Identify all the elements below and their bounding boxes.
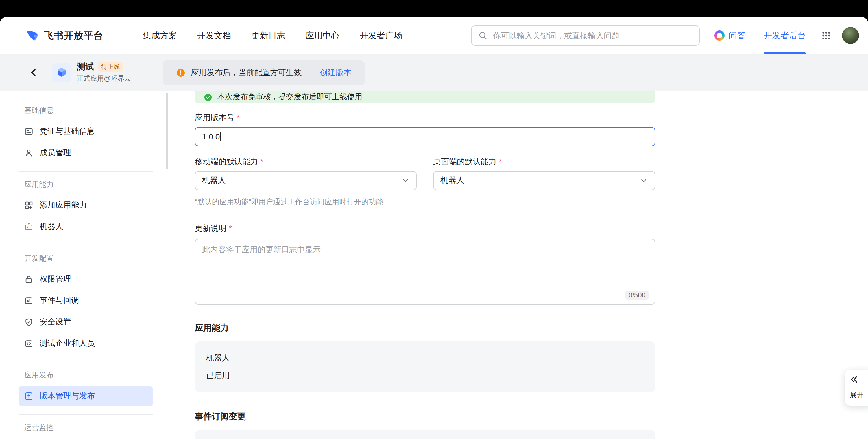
grid-apps-icon [822, 31, 831, 40]
qa-ring-icon [714, 31, 724, 41]
sidebar-item-label: 安全设置 [39, 317, 71, 327]
feishu-logo-icon [25, 29, 39, 43]
expand-panel-button[interactable]: 展开 [845, 370, 868, 406]
sidebar-item-events[interactable]: 事件与回调 [19, 291, 153, 311]
required-asterisk: * [499, 156, 502, 166]
capability-status: 已启用 [206, 369, 644, 381]
warning-icon [176, 68, 185, 77]
nav-item-app-center[interactable]: 应用中心 [306, 30, 339, 41]
success-banner-text: 本次发布免审核，提交发布后即可上线使用 [217, 92, 362, 102]
sidebar-item-add-capability[interactable]: 添加应用能力 [19, 195, 153, 215]
check-circle-icon [204, 93, 212, 101]
sidebar-section-basic: 基础信息 凭证与基础信息 成员管理 [19, 105, 153, 163]
select-value: 机器人 [440, 175, 464, 185]
expand-label: 展开 [850, 391, 868, 400]
user-avatar[interactable] [842, 27, 859, 44]
sidebar-item-label: 权限管理 [39, 274, 71, 284]
active-tab-underline [764, 53, 806, 54]
tab-developer-console[interactable]: 开发者后台 [764, 17, 806, 54]
mobile-capability-label: 移动端的默认能力 * [195, 156, 417, 166]
code-brackets-icon [24, 339, 33, 348]
required-asterisk: * [260, 156, 264, 166]
nav-item-changelog[interactable]: 更新日志 [251, 30, 285, 41]
select-value: 机器人 [202, 175, 226, 185]
robot-icon [24, 222, 33, 231]
capability-name: 机器人 [206, 351, 644, 364]
update-notes-textarea[interactable] [195, 239, 654, 304]
nav-item-developer-plaza[interactable]: 开发者广场 [360, 30, 402, 41]
field-label-text: 移动端的默认能力 [195, 156, 258, 166]
char-count: 0/500 [625, 291, 649, 300]
chevron-left-icon [29, 68, 38, 77]
sidebar-item-test-org[interactable]: 测试企业和人员 [19, 334, 153, 354]
capability-row: 移动端的默认能力 * 机器人 [195, 156, 655, 190]
sidebar-item-label: 版本管理与发布 [39, 391, 95, 401]
grid-plus-icon [24, 201, 33, 210]
section-title: 基础信息 [19, 105, 153, 116]
desktop-capability-field: 桌面端的默认能力 * 机器人 [433, 156, 655, 190]
qa-label: 问答 [728, 30, 745, 41]
version-input[interactable]: 1.0.0 [195, 127, 655, 146]
search-icon [478, 31, 487, 40]
notice-text: 应用发布后，当前配置方可生效 [191, 67, 302, 77]
search-box[interactable] [471, 25, 700, 46]
required-asterisk: * [237, 112, 240, 123]
app-cube-icon [52, 63, 71, 82]
id-card-icon [24, 127, 33, 136]
version-form: 本次发布免审核，提交发布后即可上线使用 应用版本号 * 1.0.0 移动端的默 [195, 91, 655, 439]
create-version-link[interactable]: 创建版本 [320, 67, 351, 77]
sidebar-item-members[interactable]: 成员管理 [19, 143, 153, 163]
update-notes-field: 0/500 [195, 239, 655, 305]
app-header-bar: 测试 待上线 正式应用@环界云 应用发布后，当前配置方可生效 创建版本 [0, 54, 868, 91]
event-section-title: 事件订阅变更 [195, 411, 655, 422]
publish-icon [24, 392, 33, 401]
shield-check-icon [24, 318, 33, 327]
sidebar-scrollbar[interactable] [166, 93, 168, 169]
notice-banner: 应用发布后，当前配置方可生效 创建版本 [163, 60, 365, 85]
app-name: 测试 [77, 62, 94, 72]
section-title: 应用发布 [19, 370, 153, 380]
logo-text: 飞书开放平台 [44, 29, 103, 42]
top-navigation-bar: 飞书开放平台 集成方案 开发文档 更新日志 应用中心 开发者广场 问答 [0, 17, 868, 54]
sidebar-item-bot[interactable]: 机器人 [19, 217, 153, 237]
double-chevron-left-icon [850, 375, 859, 384]
body-row: 基础信息 凭证与基础信息 成员管理 应用能 [0, 91, 868, 439]
qa-link[interactable]: 问答 [714, 30, 745, 41]
chevron-down-icon [640, 177, 648, 184]
chevron-down-icon [402, 177, 409, 184]
sidebar-section-capability: 应用能力 添加应用能力 机器人 [19, 171, 153, 237]
sidebar-item-security[interactable]: 安全设置 [19, 312, 153, 332]
apps-grid-icon[interactable] [822, 31, 831, 40]
sidebar-item-label: 成员管理 [39, 148, 71, 158]
success-banner: 本次发布免审核，提交发布后即可上线使用 [195, 91, 655, 103]
sidebar-item-version-release[interactable]: 版本管理与发布 [19, 386, 153, 406]
desktop-capability-select[interactable]: 机器人 [433, 171, 655, 190]
version-label: 应用版本号 * [195, 112, 655, 123]
text-cursor [220, 132, 221, 141]
status-badge: 待上线 [98, 62, 123, 71]
sidebar-item-label: 事件与回调 [39, 296, 79, 306]
nav-item-docs[interactable]: 开发文档 [197, 30, 231, 41]
capability-hint: “默认的应用功能”即用户通过工作台访问应用时打开的功能 [195, 197, 655, 207]
field-label-text: 应用版本号 [195, 112, 235, 123]
section-title: 运营监控 [19, 423, 153, 433]
mobile-capability-select[interactable]: 机器人 [195, 171, 417, 190]
event-panel [195, 430, 655, 439]
nav-item-integration[interactable]: 集成方案 [143, 30, 177, 41]
capability-section-title: 应用能力 [195, 323, 655, 334]
app-meta: 测试 待上线 正式应用@环界云 [77, 62, 131, 83]
update-notes-label: 更新说明 * [195, 223, 655, 233]
search-input[interactable] [492, 31, 692, 41]
required-asterisk: * [229, 223, 232, 233]
field-label-text: 桌面端的默认能力 [433, 156, 496, 166]
sidebar-item-label: 测试企业和人员 [39, 339, 95, 349]
section-title: 应用能力 [19, 179, 153, 190]
sidebar-item-credentials[interactable]: 凭证与基础信息 [19, 121, 153, 142]
back-button[interactable] [27, 66, 39, 79]
sidebar-item-label: 机器人 [39, 222, 63, 232]
lock-icon [24, 275, 33, 284]
feishu-logo[interactable]: 飞书开放平台 [25, 29, 103, 43]
app-subtitle: 正式应用@环界云 [77, 74, 131, 83]
sidebar-item-permissions[interactable]: 权限管理 [19, 269, 153, 290]
sidebar-item-label: 添加应用能力 [39, 200, 87, 210]
